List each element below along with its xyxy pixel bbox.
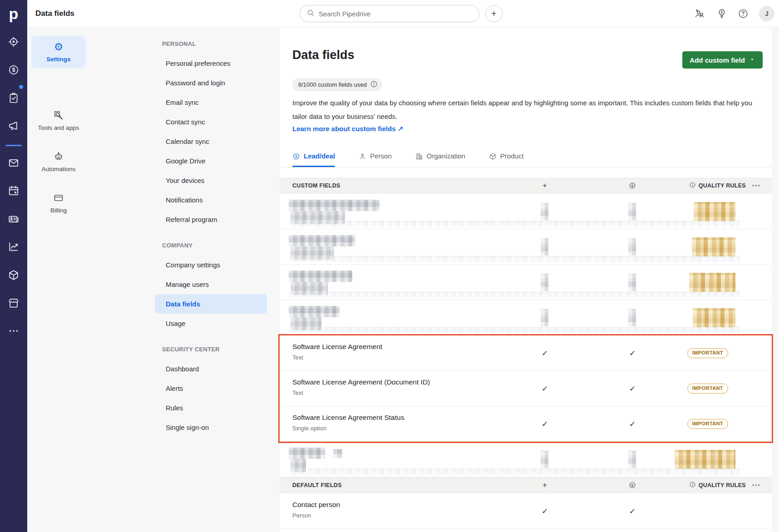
field-row-redacted[interactable] [280,194,772,229]
global-search[interactable] [300,5,479,22]
nav-item-password-and-login[interactable]: Password and login [155,73,267,93]
deal-check-icon[interactable]: ✓ [627,406,637,442]
invite-users-icon[interactable] [694,8,705,19]
nav-item-company-settings[interactable]: Company settings [155,255,267,275]
tab-label: Lead/deal [304,152,335,160]
nav-item-referral-program[interactable]: Referral program [155,210,267,229]
products-box-icon[interactable] [0,261,27,289]
learn-more-link[interactable]: Learn more about custom fields ↗ [292,125,403,133]
nav-section: COMPANYCompany settingsManage usersData … [155,236,267,333]
card-header: Data fields Add custom field 8/1000 cust… [280,27,772,177]
nav-item-rules[interactable]: Rules [155,398,267,418]
field-row-redacted[interactable] [280,229,772,265]
redacted-strip [289,291,740,297]
field-row-redacted[interactable] [280,300,772,335]
redacted-strip [289,327,740,333]
redacted-check [541,203,548,220]
avatar[interactable]: J [759,6,774,21]
quality-rules-label: QUALITY RULES [699,182,746,189]
organization-icon [415,152,423,162]
tab-label: Product [500,152,524,160]
more-ellipsis-icon[interactable] [0,317,27,345]
activities-clipboard-icon[interactable] [0,84,27,112]
field-name: Software License Agreement [292,343,382,351]
lead-check-icon[interactable]: ✓ [540,493,550,529]
nav-item-dashboard[interactable]: Dashboard [155,359,267,379]
campaigns-megaphone-icon[interactable] [0,112,27,140]
lead-check-icon[interactable]: ✓ [540,371,550,406]
pipedrive-logo[interactable]: p [0,0,27,27]
help-icon[interactable] [738,8,749,19]
section-label: DEFAULT FIELDS [292,477,342,493]
field-name: Software License Agreement Status [292,414,404,422]
section-more-icon[interactable]: ··· [752,477,761,493]
nav-item-notifications[interactable]: Notifications [155,190,267,210]
section-header-right: QUALITY RULES··· [689,477,761,493]
insights-chart-icon[interactable] [0,232,27,261]
quality-rules-header[interactable]: QUALITY RULES [689,182,746,190]
tools-apps-icon [53,109,64,121]
leads-target-icon[interactable] [0,28,27,56]
nav-item-manage-users[interactable]: Manage users [155,275,267,294]
redacted-check [541,451,548,468]
field-row[interactable]: Contact personPerson✓✓ [280,493,772,529]
field-row-redacted[interactable] [280,442,772,477]
svg-text:$: $ [631,184,633,188]
nav-item-data-fields[interactable]: Data fields [155,294,267,314]
calendar-icon[interactable] [0,177,27,205]
nav-section-title: SECURITY CENTER [155,340,267,359]
field-row[interactable]: Software License Agreement (Document ID)… [280,371,772,406]
nav-item-single-sign-on[interactable]: Single sign-on [155,418,267,437]
tab-person[interactable]: Person [359,148,392,167]
deal-check-icon[interactable]: ✓ [627,335,637,371]
page-title: Data fields [292,48,355,62]
page-title-topbar: Data fields [35,0,74,27]
deals-coin-icon[interactable]: $ [0,56,27,84]
tab-product[interactable]: Product [489,148,524,167]
redacted-field-name [289,200,380,211]
search-input[interactable] [319,10,473,18]
sidebar-item-automations[interactable]: Automations [31,146,86,178]
field-row[interactable]: Software License AgreementText✓✓IMPORTAN… [280,335,772,371]
contacts-cards-icon[interactable] [0,205,27,233]
add-custom-field-button[interactable]: Add custom field [682,51,763,69]
field-row[interactable]: Software License Agreement StatusSingle … [280,406,772,442]
topbar: Data fields + J [27,0,779,27]
page-description: Improve the quality of your data by choo… [292,96,764,123]
nav-item-personal-preferences[interactable]: Personal preferences [155,54,267,73]
svg-text:$: $ [295,154,297,158]
tab-label: Person [370,152,392,160]
quick-add-button[interactable]: + [485,5,503,22]
section-more-icon[interactable]: ··· [752,177,761,194]
rail-divider [5,145,22,146]
nav-item-calendar-sync[interactable]: Calendar sync [155,132,267,151]
nav-item-usage[interactable]: Usage [155,314,267,333]
nav-item-your-devices[interactable]: Your devices [155,171,267,190]
info-icon [689,182,696,190]
tab-lead-deal[interactable]: $Lead/deal [292,148,335,167]
nav-section-title: COMPANY [155,236,267,255]
deal-check-icon[interactable]: ✓ [627,371,637,406]
tab-organization[interactable]: Organization [415,148,465,167]
redacted-field-name [289,306,340,317]
field-row-redacted[interactable] [280,265,772,300]
important-badge: IMPORTANT [687,419,728,429]
quality-rules-header[interactable]: QUALITY RULES [689,481,746,489]
sidebar-item-billing[interactable]: Billing [31,187,86,219]
lead-check-icon[interactable]: ✓ [540,406,550,442]
info-icon[interactable] [370,80,378,89]
sidebar-item-tools-and-apps[interactable]: Tools and apps [31,104,86,137]
marketplace-store-icon[interactable] [0,289,27,317]
mail-envelope-icon[interactable] [0,149,27,177]
main-card: Data fields Add custom field 8/1000 cust… [280,27,772,532]
redacted-quality-badge [693,308,735,327]
tips-lightbulb-icon[interactable] [716,8,727,19]
lead-check-icon[interactable]: ✓ [540,335,550,371]
nav-item-email-sync[interactable]: Email sync [155,93,267,112]
nav-item-alerts[interactable]: Alerts [155,379,267,398]
nav-item-google-drive[interactable]: Google Drive [155,151,267,171]
quality-rules-label: QUALITY RULES [699,482,746,488]
sidebar-item-settings[interactable]: ⚙Settings [31,36,86,68]
nav-item-contact-sync[interactable]: Contact sync [155,112,267,132]
deal-check-icon[interactable]: ✓ [627,493,637,529]
